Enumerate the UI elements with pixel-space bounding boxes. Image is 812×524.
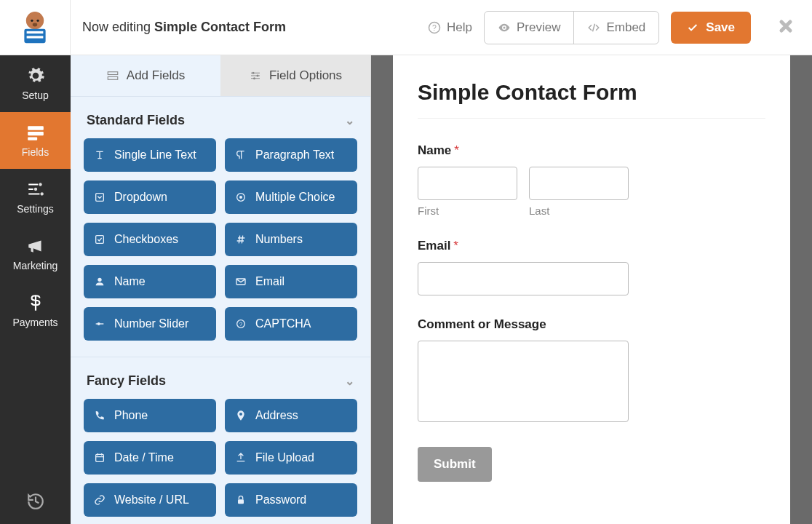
- svg-point-2: [35, 13, 42, 20]
- top-bar: Now editing Simple Contact Form ? Help P…: [0, 0, 812, 55]
- field-date-time[interactable]: Date / Time: [84, 441, 216, 475]
- code-icon: [587, 21, 600, 34]
- nav-setup[interactable]: Setup: [0, 55, 71, 112]
- user-icon: [94, 276, 106, 287]
- field-address[interactable]: Address: [225, 399, 357, 432]
- field-checkboxes[interactable]: Checkboxes: [84, 223, 216, 256]
- eye-icon: [498, 21, 511, 34]
- field-phone[interactable]: Phone: [84, 399, 216, 432]
- caret-square-icon: [94, 191, 106, 203]
- email-label: Email*: [418, 239, 765, 253]
- sliders-icon: [26, 180, 45, 199]
- preview-embed-group: Preview Embed: [484, 11, 659, 44]
- svg-text:?: ?: [432, 23, 437, 31]
- form-field-name[interactable]: Name* First Last: [418, 143, 765, 217]
- required-mark: *: [453, 239, 458, 253]
- help-link[interactable]: ? Help: [428, 20, 472, 35]
- help-icon: ?: [428, 21, 441, 34]
- history-icon: [26, 492, 45, 511]
- field-multiple-choice[interactable]: Multiple Choice: [225, 180, 357, 214]
- link-icon: [94, 494, 106, 506]
- chevron-down-icon: ⌄: [345, 114, 354, 127]
- last-name-col: Last: [529, 167, 629, 217]
- field-options-icon: [249, 69, 262, 82]
- hash-icon: [235, 234, 247, 245]
- first-name-input[interactable]: [418, 167, 517, 200]
- svg-point-4: [36, 19, 39, 21]
- checkbox-icon: [94, 234, 106, 245]
- field-file-upload[interactable]: File Upload: [225, 441, 357, 475]
- top-actions: ? Help Preview Embed Save: [428, 11, 795, 44]
- field-name[interactable]: Name: [84, 265, 216, 298]
- slider-icon: [94, 318, 106, 330]
- standard-fields-grid: Single Line Text Paragraph Text Dropdown…: [84, 138, 357, 341]
- form-fields-icon: [26, 123, 45, 142]
- comment-label: Comment or Message: [418, 317, 765, 332]
- svg-rect-18: [108, 72, 118, 75]
- field-captcha[interactable]: ?CAPTCHA: [225, 307, 357, 341]
- name-label: Name*: [418, 143, 765, 158]
- bullhorn-icon: [26, 237, 45, 255]
- tab-add-fields[interactable]: Add Fields: [71, 55, 220, 96]
- last-sublabel: Last: [529, 205, 629, 217]
- svg-rect-14: [28, 138, 37, 140]
- preview-button[interactable]: Preview: [485, 12, 573, 44]
- canvas-area: Simple Contact Form Name* First Last Ema…: [371, 55, 812, 524]
- check-icon: [687, 22, 698, 33]
- svg-rect-23: [96, 194, 104, 202]
- submit-button[interactable]: Submit: [418, 447, 492, 482]
- first-sublabel: First: [418, 205, 517, 217]
- name-inputs: First Last: [418, 167, 629, 217]
- field-paragraph-text[interactable]: Paragraph Text: [225, 138, 357, 172]
- text-icon: [94, 149, 106, 161]
- field-email[interactable]: Email: [225, 265, 357, 298]
- chevron-down-icon: ⌄: [345, 374, 354, 388]
- nav-fields[interactable]: Fields: [0, 112, 71, 169]
- field-dropdown[interactable]: Dropdown: [84, 180, 216, 214]
- marker-icon: [235, 410, 247, 421]
- embed-button[interactable]: Embed: [573, 12, 658, 44]
- last-name-input[interactable]: [529, 167, 629, 200]
- envelope-icon: [235, 276, 247, 287]
- email-input[interactable]: [418, 262, 629, 295]
- nav-payments[interactable]: Payments: [0, 282, 71, 339]
- svg-text:?: ?: [239, 321, 242, 328]
- form-field-comment[interactable]: Comment or Message: [418, 317, 765, 425]
- svg-point-22: [253, 77, 255, 79]
- nav-marketing[interactable]: Marketing: [0, 226, 71, 282]
- upload-icon: [235, 452, 247, 464]
- dollar-icon: [26, 293, 45, 312]
- nav-bottom: [0, 479, 71, 524]
- fancy-fields-grid: Phone Address Date / Time File Upload We…: [84, 399, 357, 517]
- svg-point-15: [39, 183, 41, 186]
- section-fancy-fields[interactable]: Fancy Fields ⌄: [84, 357, 357, 399]
- field-password[interactable]: Password: [225, 483, 357, 517]
- tab-field-options[interactable]: Field Options: [220, 55, 370, 96]
- svg-rect-8: [27, 36, 44, 38]
- panel-body: Standard Fields ⌄ Single Line Text Parag…: [71, 97, 370, 524]
- field-single-line-text[interactable]: Single Line Text: [84, 138, 216, 172]
- first-name-col: First: [418, 167, 517, 217]
- lock-icon: [235, 494, 247, 506]
- captcha-icon: ?: [235, 318, 247, 330]
- nav-settings[interactable]: Settings: [0, 169, 71, 226]
- svg-point-1: [28, 13, 35, 20]
- field-numbers[interactable]: Numbers: [225, 223, 357, 256]
- comment-textarea[interactable]: [418, 341, 629, 422]
- form-name: Simple Contact Form: [154, 20, 286, 34]
- form-field-email[interactable]: Email*: [418, 239, 765, 295]
- svg-rect-13: [28, 132, 44, 135]
- gear-icon: [26, 66, 45, 85]
- field-website-url[interactable]: Website / URL: [84, 483, 216, 517]
- section-standard-fields[interactable]: Standard Fields ⌄: [84, 97, 357, 138]
- form-title: Simple Contact Form: [418, 80, 765, 119]
- nav-revisions[interactable]: [0, 479, 71, 524]
- close-icon: [777, 17, 795, 35]
- svg-rect-32: [96, 454, 104, 461]
- form-preview: Simple Contact Form Name* First Last Ema…: [393, 55, 790, 524]
- close-button[interactable]: [777, 15, 795, 40]
- save-button[interactable]: Save: [671, 12, 751, 44]
- svg-point-27: [97, 278, 101, 282]
- field-number-slider[interactable]: Number Slider: [84, 307, 216, 341]
- svg-point-29: [97, 322, 100, 325]
